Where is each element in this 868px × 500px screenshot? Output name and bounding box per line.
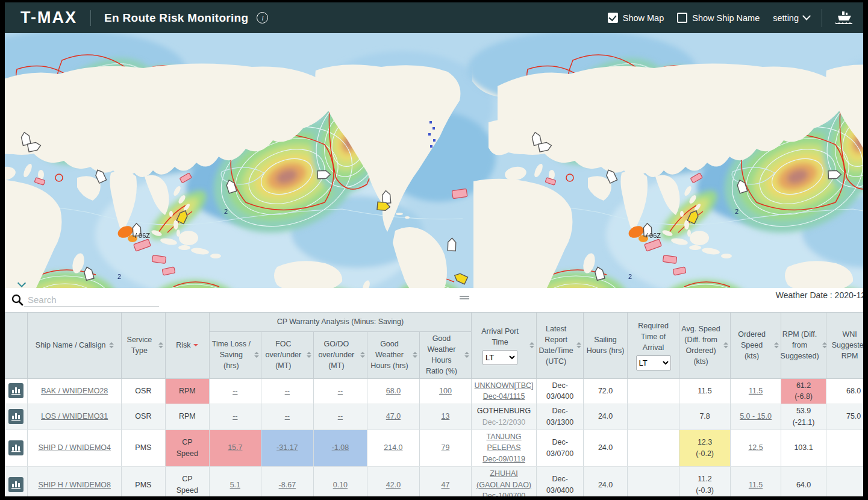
godo-link[interactable]: -- [338, 412, 343, 420]
time-loss-link[interactable]: 15.7 [228, 443, 242, 452]
ordered-speed-link[interactable]: 11.5 [749, 481, 763, 489]
panel-resize-handle[interactable] [460, 296, 469, 301]
time-loss-link[interactable]: -- [233, 387, 237, 395]
arrival-time-link[interactable]: Dec-09/0119 [474, 454, 534, 465]
ordered-speed-link[interactable]: 12.5 [748, 443, 763, 452]
contour-label: 2 [628, 273, 632, 280]
time-loss-link[interactable]: 5.1 [230, 481, 240, 489]
time-loss-link[interactable]: -- [233, 412, 237, 420]
col-ship-name[interactable]: Ship Name / Callsign [28, 313, 122, 379]
sailing-cell: 24.0 [583, 404, 627, 430]
arrival-time: Dec-12/2030 [474, 417, 534, 428]
gw-ratio-link[interactable]: 100 [439, 387, 452, 395]
col-good-weather-ratio[interactable]: Good Weather Hours Ratio (%) [420, 332, 472, 379]
report-cell: Dec-03/0400 [537, 378, 583, 404]
table-row: LOS / WNIDEMO31 OSR RPM -- -- -- 47.0 13… [5, 404, 864, 430]
rta-timezone-select[interactable]: LT [636, 355, 671, 370]
row-chart-button[interactable] [8, 477, 23, 492]
godo-link[interactable]: -- [338, 387, 343, 395]
foc-link[interactable]: -- [285, 412, 290, 420]
fleet-ship-icon[interactable] [834, 11, 854, 25]
foc-link[interactable]: -8.67 [279, 481, 296, 489]
gw-ratio-link[interactable]: 47 [441, 481, 449, 489]
col-wni-suggested-rpm[interactable]: WNI Suggested RPM [826, 313, 863, 379]
arrival-timezone-select[interactable]: LT [482, 350, 517, 365]
col-time-loss[interactable]: Time Loss / Saving (hrs) [210, 332, 261, 379]
row-chart-button[interactable] [8, 409, 23, 424]
sort-icon [576, 342, 581, 348]
search-input[interactable] [24, 293, 159, 307]
col-foc[interactable]: FOC over/under (MT) [261, 332, 314, 379]
sailing-cell: 24.0 [583, 430, 627, 466]
gw-ratio-link[interactable]: 79 [441, 443, 449, 452]
risk-cell: RPM [165, 378, 209, 404]
fleet-table: Ship Name / Callsign Service Type Risk C… [5, 312, 863, 496]
arrival-port-link[interactable]: ZHUHAI (GAOLAN DAO) [474, 468, 534, 491]
col-good-weather-hours[interactable]: Good Weather Hours (hrs) [367, 332, 420, 379]
gw-hours-link[interactable]: 42.0 [386, 481, 401, 489]
weather-map[interactable]: / 06Z / 06Z 2 2 2 2 [5, 33, 863, 288]
col-rpm[interactable]: RPM (Diff. from Suggested) [781, 313, 826, 379]
sort-icon [158, 342, 163, 348]
app-window: T-MAX En Route Risk Monitoring i Show Ma… [5, 2, 863, 496]
show-ship-name-toggle[interactable]: Show Ship Name [677, 13, 760, 23]
gw-hours-link[interactable]: 214.0 [384, 443, 402, 452]
ship-link[interactable]: LOS / WNIDEMO31 [41, 412, 108, 420]
gw-ratio-link[interactable]: 13 [441, 412, 449, 420]
show-map-label: Show Map [623, 13, 664, 23]
info-icon[interactable]: i [257, 12, 268, 23]
arrival-port-link[interactable]: TANJUNG PELEPAS [474, 431, 534, 454]
ship-link[interactable]: BAK / WNIDEMO28 [41, 387, 108, 395]
sort-icon [254, 352, 259, 358]
gw-hours-link[interactable]: 47.0 [386, 412, 401, 420]
map-collapse-chevron[interactable] [18, 280, 25, 287]
foc-link[interactable]: -31.17 [276, 443, 298, 452]
ordered-speed-link[interactable]: 11.5 [749, 387, 763, 395]
rpm-cell: 61.2(-6.8) [781, 378, 826, 404]
wni-rpm-cell [826, 466, 863, 496]
sort-icon [464, 352, 469, 358]
arrival-time-link[interactable]: Dec-10/0700 [474, 490, 534, 496]
contour-label: 2 [117, 273, 121, 280]
wni-rpm-cell: 75.0 [826, 404, 863, 430]
top-bar: T-MAX En Route Risk Monitoring i Show Ma… [5, 2, 863, 33]
cyclone-label: / 06Z [646, 232, 661, 239]
ordered-speed-link[interactable]: 5.0 - 15.0 [740, 412, 772, 420]
col-godo[interactable]: GO/DO over/under (MT) [314, 332, 367, 379]
ship-link[interactable]: SHIP H / WNIDEMO8 [38, 481, 111, 489]
show-ship-name-checkbox[interactable] [677, 13, 687, 23]
col-service-type[interactable]: Service Type [122, 313, 165, 379]
avg-speed-cell: 11.2(-0.3) [679, 466, 731, 496]
risk-cell: CP Speed [165, 430, 209, 466]
col-arrival-port-time[interactable]: Arrival Port Time LT [471, 313, 537, 379]
col-latest-report[interactable]: Latest Report Date/Time (UTC) [537, 313, 583, 379]
arrival-time-link[interactable]: Dec-04/1115 [474, 391, 534, 402]
row-chart-button[interactable] [8, 383, 23, 398]
foc-link[interactable]: -- [285, 387, 290, 395]
col-avg-speed[interactable]: Avg. Speed (Diff. from Ordered) (kts) [679, 313, 731, 379]
arrival-port-link[interactable]: UNKNOWN[TBC] [474, 380, 534, 392]
table-row: SHIP D / WNIDEMO4 PMS CP Speed 15.7 -31.… [5, 430, 864, 466]
ship-link[interactable]: SHIP D / WNIDEMO4 [38, 443, 111, 452]
show-map-toggle[interactable]: Show Map [608, 13, 664, 23]
sort-icon [529, 342, 534, 348]
row-chart-button[interactable] [8, 440, 23, 455]
setting-dropdown[interactable]: setting [773, 13, 810, 23]
col-icon [5, 313, 28, 379]
gw-hours-link[interactable]: 68.0 [386, 387, 401, 395]
col-ordered-speed[interactable]: Ordered Speed (kts) [731, 313, 781, 379]
sort-icon [307, 352, 311, 358]
fleet-table-container[interactable]: Ship Name / Callsign Service Type Risk C… [5, 312, 863, 496]
col-risk[interactable]: Risk [165, 313, 209, 379]
rta-cell [628, 378, 679, 404]
godo-link[interactable]: 0.10 [333, 481, 348, 489]
sort-icon [360, 352, 365, 358]
divider [822, 9, 822, 27]
avg-speed-cell: 11.5 [679, 378, 731, 404]
godo-link[interactable]: -1.08 [332, 443, 349, 452]
show-map-checkbox[interactable] [608, 13, 618, 23]
sort-icon [822, 342, 827, 348]
chevron-down-icon [802, 11, 811, 20]
report-cell: Dec-03/1300 [537, 404, 583, 430]
table-row: SHIP H / WNIDEMO8 PMS CP Speed 5.1 -8.67… [5, 466, 864, 496]
